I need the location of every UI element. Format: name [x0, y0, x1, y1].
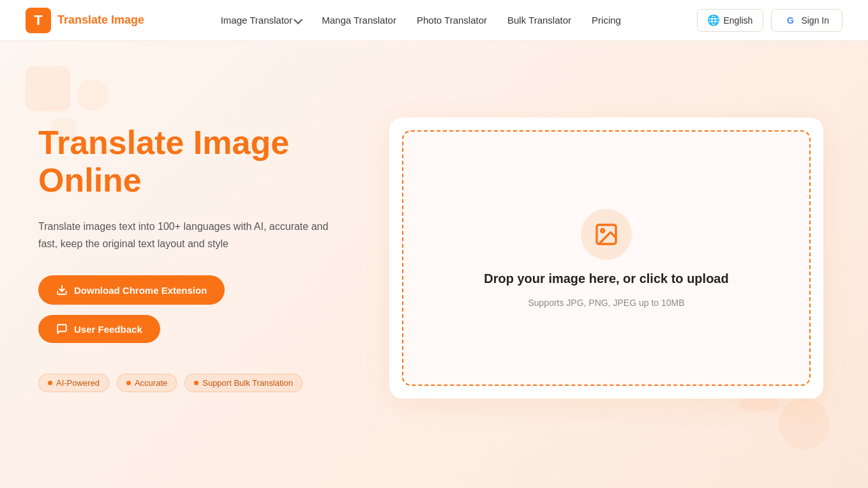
chevron-down-icon: [294, 15, 303, 24]
upload-dropzone[interactable]: Drop your image here, or click to upload…: [402, 130, 811, 386]
nav-item-photo-translator[interactable]: Photo Translator: [417, 15, 487, 26]
hero-right: Drop your image here, or click to upload…: [383, 118, 830, 399]
hero-badges: AI-Powered Accurate Support Bulk Transla…: [38, 374, 345, 392]
signin-button[interactable]: G Sign In: [771, 9, 842, 32]
nav-item-manga-translator[interactable]: Manga Translator: [322, 15, 396, 26]
download-icon: [56, 284, 68, 296]
nav-item-bulk-translator[interactable]: Bulk Translator: [507, 15, 571, 26]
badge-ai-powered: AI-Powered: [38, 374, 109, 392]
brand-logo[interactable]: T Translate Image: [26, 8, 144, 33]
hero-inner: Translate Image Online Translate images …: [38, 118, 830, 399]
upload-card: Drop your image here, or click to upload…: [389, 118, 823, 399]
hero-section: Translate Image Online Translate images …: [0, 41, 868, 488]
upload-drop-title: Drop your image here, or click to upload: [484, 271, 728, 286]
feedback-icon: [56, 323, 68, 335]
svg-point-2: [601, 229, 604, 232]
hero-buttons: Download Chrome Extension User Feedback: [38, 275, 345, 343]
badge-bulk-translation: Support Bulk Translation: [184, 374, 303, 392]
upload-drop-subtitle: Supports JPG, PNG, JPEG up to 10MB: [528, 298, 684, 308]
badge-dot: [194, 381, 198, 385]
upload-icon-wrapper: [581, 209, 632, 260]
google-icon: G: [784, 15, 796, 26]
deco-2: [77, 79, 108, 111]
logo-icon: T: [26, 8, 51, 33]
hero-description: Translate images text into 100+ language…: [38, 218, 345, 252]
deco-4: [779, 399, 830, 450]
nav-item-image-translator[interactable]: Image Translator: [221, 15, 302, 26]
language-selector[interactable]: 🌐 English: [697, 9, 763, 32]
hero-left: Translate Image Online Translate images …: [38, 124, 345, 393]
badge-accurate: Accurate: [117, 374, 177, 392]
nav-actions: 🌐 English G Sign In: [697, 9, 842, 32]
hero-title: Translate Image Online: [38, 124, 345, 201]
nav-item-pricing[interactable]: Pricing: [592, 15, 621, 26]
deco-1: [26, 66, 70, 111]
language-icon: 🌐: [708, 15, 719, 26]
download-extension-button[interactable]: Download Chrome Extension: [38, 275, 225, 305]
nav-links: Image Translator Manga Translator Photo …: [221, 15, 621, 26]
feedback-button[interactable]: User Feedback: [38, 315, 160, 343]
brand-name: Translate Image: [57, 13, 144, 27]
badge-dot: [126, 381, 131, 385]
badge-dot: [48, 381, 52, 385]
image-upload-icon: [594, 222, 619, 247]
navbar: T Translate Image Image Translator Manga…: [0, 0, 868, 41]
